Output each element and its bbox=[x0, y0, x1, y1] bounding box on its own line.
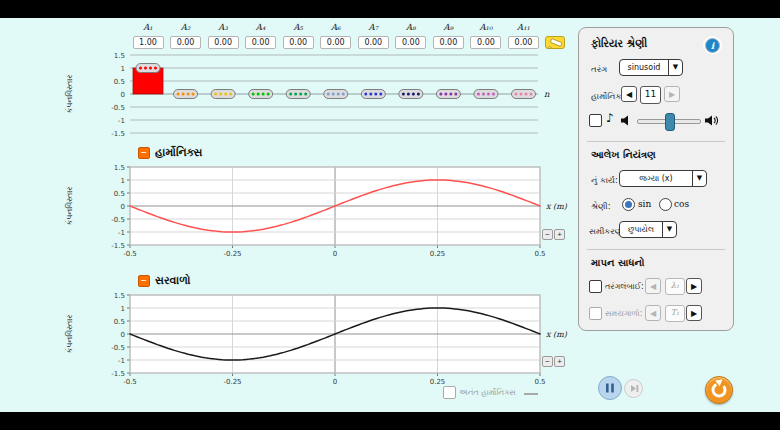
waveform-label: તરંગ bbox=[591, 64, 607, 75]
amplitude-value-box-8[interactable]: 0.00 bbox=[395, 36, 426, 49]
svg-text:-0.25: -0.25 bbox=[223, 378, 241, 386]
volume-slider-thumb[interactable] bbox=[665, 113, 675, 131]
amplitude-label-9: A₉ bbox=[432, 22, 464, 32]
panel-divider bbox=[587, 249, 725, 250]
svg-text:કંપનવિસ્તાર: કંપનવિસ્તાર bbox=[64, 187, 74, 226]
collapse-sum-button[interactable]: − bbox=[138, 275, 150, 287]
pause-icon bbox=[599, 377, 621, 399]
amplitude-value-box-4[interactable]: 0.00 bbox=[245, 36, 276, 49]
left-arrow-icon: ◀ bbox=[650, 309, 656, 318]
amplitude-slider-handle-7[interactable] bbox=[361, 90, 385, 99]
amplitude-value-box-5[interactable]: 0.00 bbox=[283, 36, 314, 49]
music-note-icon: ♪ bbox=[606, 111, 614, 125]
wavelength-increment-button[interactable]: ▶ bbox=[686, 278, 702, 294]
reset-all-button[interactable] bbox=[705, 376, 733, 404]
svg-text:1: 1 bbox=[121, 65, 125, 73]
step-forward-button[interactable] bbox=[624, 379, 643, 398]
right-arrow-icon: ▶ bbox=[669, 90, 675, 99]
amplitude-value-box-10[interactable]: 0.00 bbox=[470, 36, 501, 49]
amplitude-slider-handle-2[interactable] bbox=[174, 90, 198, 99]
svg-text:-0.5: -0.5 bbox=[111, 104, 125, 112]
harmonics-increment-button[interactable]: ▶ bbox=[664, 86, 680, 102]
sum-zoom-out-button[interactable]: − bbox=[542, 356, 553, 367]
svg-text:1.5: 1.5 bbox=[114, 164, 125, 172]
sum-section-header: − સરવાળો bbox=[138, 274, 190, 287]
svg-text:-1.5: -1.5 bbox=[111, 370, 125, 378]
amplitude-slider-handle-6[interactable] bbox=[324, 90, 348, 99]
equation-selected-value: છુપાયેલ bbox=[620, 225, 662, 235]
series-type-label: શ્રેણી: bbox=[591, 201, 611, 212]
harmonics-zoom-in-button[interactable]: + bbox=[554, 229, 565, 240]
amplitude-slider-handle-1[interactable] bbox=[136, 64, 160, 73]
svg-text:-0.5: -0.5 bbox=[123, 250, 137, 258]
amplitude-slider-handle-8[interactable] bbox=[399, 90, 423, 99]
svg-text:0: 0 bbox=[121, 331, 125, 339]
amplitude-value-box-9[interactable]: 0.00 bbox=[433, 36, 464, 49]
amplitude-slider-handle-9[interactable] bbox=[436, 90, 460, 99]
wavelength-tool-box: λ₁ bbox=[665, 278, 685, 295]
sound-checkbox[interactable] bbox=[589, 114, 602, 127]
panel-divider bbox=[587, 141, 725, 142]
harmonics-count-box: 11 bbox=[640, 86, 661, 104]
period-increment-button[interactable]: ▶ bbox=[686, 305, 702, 321]
svg-text:-1: -1 bbox=[118, 229, 125, 237]
period-tool-box: T₁ bbox=[665, 305, 685, 322]
amplitude-value-box-2[interactable]: 0.00 bbox=[170, 36, 201, 49]
amplitude-slider-handle-10[interactable] bbox=[474, 90, 498, 99]
function-of-dropdown[interactable]: જગ્યા (x) ▼ bbox=[619, 170, 707, 187]
svg-text:1.5: 1.5 bbox=[114, 292, 125, 300]
infinite-harmonics-checkbox[interactable] bbox=[443, 386, 456, 399]
amplitude-value-box-6[interactable]: 0.00 bbox=[320, 36, 351, 49]
amplitude-label-5: A₅ bbox=[282, 22, 314, 32]
harmonics-title: હાર્મોનિક્સ bbox=[155, 146, 202, 159]
amplitude-value-box-11[interactable]: 0.00 bbox=[508, 36, 539, 49]
radio-selected-dot bbox=[625, 201, 632, 208]
svg-text:0.5: 0.5 bbox=[534, 250, 545, 258]
pencil-icon bbox=[546, 38, 564, 49]
amplitude-slider-handle-11[interactable] bbox=[512, 90, 536, 99]
amplitude-value-box-1[interactable]: 1.00 bbox=[133, 36, 164, 49]
radio-sin[interactable] bbox=[622, 198, 635, 211]
svg-text:n: n bbox=[544, 89, 550, 99]
fourier-series-panel: ફોરિયર શ્રેણી i તરંગ sinusoid ▼ હાર્મોનિ… bbox=[578, 27, 734, 331]
step-forward-icon bbox=[625, 380, 642, 397]
amplitude-slider-handle-5[interactable] bbox=[286, 90, 310, 99]
svg-text:-1.5: -1.5 bbox=[111, 130, 125, 138]
period-checkbox[interactable] bbox=[589, 307, 602, 320]
wavelength-checkbox[interactable] bbox=[589, 280, 602, 293]
amplitude-label-3: A₃ bbox=[207, 22, 239, 32]
harmonics-decrement-button[interactable]: ◀ bbox=[621, 86, 637, 102]
measurement-tools-title: માપન સાધનો bbox=[591, 257, 644, 269]
left-arrow-icon: ◀ bbox=[650, 282, 656, 291]
wavelength-decrement-button[interactable]: ◀ bbox=[645, 278, 661, 294]
svg-text:-1.5: -1.5 bbox=[111, 242, 125, 250]
svg-text:0: 0 bbox=[121, 203, 125, 211]
svg-text:0.5: 0.5 bbox=[114, 318, 125, 326]
svg-text:-0.5: -0.5 bbox=[123, 378, 137, 386]
svg-text:-0.5: -0.5 bbox=[111, 216, 125, 224]
sum-zoom-in-button[interactable]: + bbox=[554, 356, 565, 367]
sum-title: સરવાળો bbox=[155, 274, 190, 287]
equation-dropdown[interactable]: છુપાયેલ ▼ bbox=[619, 221, 677, 238]
waveform-dropdown[interactable]: sinusoid ▼ bbox=[619, 59, 683, 76]
simulation-stage: A₁1.00A₂0.00A₃0.00A₄0.00A₅0.00A₆0.00A₇0.… bbox=[0, 18, 780, 412]
waveform-selected-value: sinusoid bbox=[620, 63, 668, 72]
amplitude-value-box-3[interactable]: 0.00 bbox=[208, 36, 239, 49]
svg-text:કંપનવિસ્તાર: કંપનવિસ્તાર bbox=[64, 315, 74, 354]
svg-text:1: 1 bbox=[121, 177, 125, 185]
amplitude-label-11: A₁₁ bbox=[508, 22, 540, 32]
amplitude-slider-handle-4[interactable] bbox=[249, 90, 273, 99]
edit-amplitudes-button[interactable] bbox=[545, 36, 565, 49]
info-button[interactable]: i bbox=[705, 38, 720, 53]
amplitude-value-box-7[interactable]: 0.00 bbox=[358, 36, 389, 49]
pause-button[interactable] bbox=[598, 376, 622, 400]
harmonics-zoom-out-button[interactable]: − bbox=[542, 229, 553, 240]
infinite-harmonics-label: અનંત હાર્મોનિક્સ bbox=[459, 388, 516, 398]
reset-icon bbox=[706, 377, 732, 403]
collapse-harmonics-button[interactable]: − bbox=[138, 147, 150, 159]
infinite-harmonics-line-sample bbox=[524, 393, 538, 395]
amplitude-slider-handle-3[interactable] bbox=[211, 90, 235, 99]
period-decrement-button[interactable]: ◀ bbox=[645, 305, 661, 321]
period-label: સમયગાળો: bbox=[605, 309, 642, 319]
radio-cos[interactable] bbox=[659, 198, 672, 211]
